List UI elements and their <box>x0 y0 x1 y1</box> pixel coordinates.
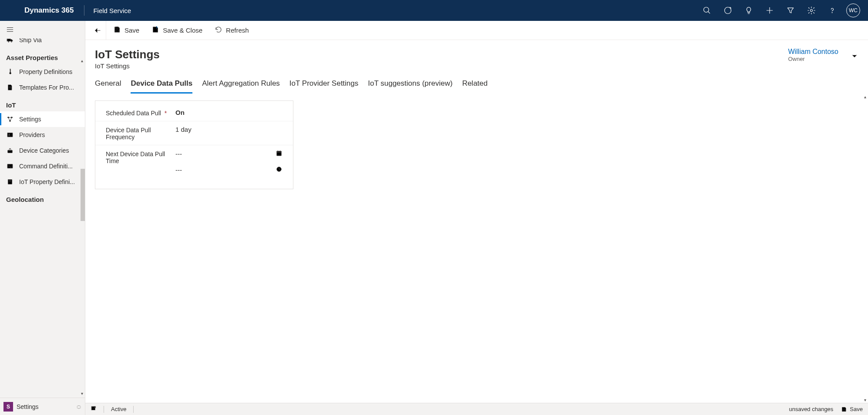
next-pull-date-value[interactable]: --- <box>175 150 182 157</box>
nav-item-settings[interactable]: Settings <box>0 111 85 127</box>
svg-rect-28 <box>116 27 118 29</box>
nav-item-ship-via[interactable]: Ship Via <box>0 38 85 48</box>
svg-rect-35 <box>91 406 95 410</box>
svg-rect-29 <box>116 30 118 32</box>
save-button[interactable]: Save <box>108 23 145 38</box>
nav-item-providers[interactable]: Providers <box>0 127 85 143</box>
svg-rect-11 <box>7 39 10 41</box>
save-close-icon <box>151 26 159 35</box>
popout-icon[interactable] <box>91 405 97 413</box>
header-expand-chevron[interactable] <box>851 48 858 61</box>
svg-line-20 <box>10 118 12 120</box>
status-bar: Active unsaved changes Save <box>85 403 868 415</box>
task-flow-icon[interactable] <box>717 0 738 21</box>
brand-label[interactable]: Dynamics 365 <box>0 6 81 15</box>
refresh-button[interactable]: Refresh <box>209 23 254 38</box>
next-pull-time-value[interactable]: --- <box>175 166 182 174</box>
statusbar-separator <box>104 406 104 413</box>
terminal-icon <box>6 163 14 170</box>
scroll-down-icon[interactable]: ▾ <box>862 397 868 403</box>
statusbar-save-label: Save <box>850 406 863 412</box>
statusbar-separator <box>133 406 134 413</box>
tab-device-data-pulls[interactable]: Device Data Pulls <box>131 77 192 94</box>
nav-label: Ship Via <box>19 38 42 44</box>
unsaved-changes-label: unsaved changes <box>789 406 833 412</box>
svg-rect-24 <box>8 150 13 153</box>
nav-group-geolocation: Geolocation <box>0 190 85 206</box>
owner-field[interactable]: William Contoso Owner <box>788 48 841 62</box>
page-subtitle: IoT Settings <box>95 62 160 70</box>
tab-alert-aggregation-rules[interactable]: Alert Aggregation Rules <box>202 77 280 94</box>
tab-general[interactable]: General <box>95 77 121 94</box>
statusbar-save-button[interactable]: Save <box>841 406 863 412</box>
svg-rect-36 <box>843 409 845 411</box>
main-content: Save Save & Close Refresh IoT Settings I… <box>85 21 868 415</box>
nodes-icon <box>6 116 14 123</box>
refresh-icon <box>215 26 222 35</box>
svg-point-23 <box>9 134 10 135</box>
owner-link[interactable]: William Contoso <box>788 48 838 55</box>
save-label: Save <box>124 27 139 34</box>
device-data-pulls-section: Scheduled Data Pull * On Device Data Pul… <box>95 100 293 189</box>
signal-doc-icon <box>6 178 14 185</box>
filter-icon[interactable] <box>780 0 801 21</box>
nav-item-device-categories[interactable]: Device Categories <box>0 143 85 158</box>
header-divider <box>84 5 84 16</box>
refresh-label: Refresh <box>226 27 249 34</box>
save-close-label: Save & Close <box>163 27 202 34</box>
gear-icon[interactable] <box>801 0 822 21</box>
command-bar: Save Save & Close Refresh <box>85 21 868 40</box>
content-scrollbar[interactable]: ▴ ▾ <box>864 94 868 403</box>
area-switcher[interactable]: S Settings ︿﹀ <box>0 398 85 415</box>
nav-item-property-definitions[interactable]: Property Definitions <box>0 64 85 80</box>
svg-line-19 <box>9 118 10 120</box>
save-icon <box>113 26 121 35</box>
scroll-up-icon[interactable]: ▴ <box>862 94 868 100</box>
global-header: Dynamics 365 Field Service WC <box>0 0 868 21</box>
nav-collapse-button[interactable] <box>0 21 85 38</box>
lightbulb-icon[interactable] <box>738 0 759 21</box>
area-badge: S <box>3 402 13 412</box>
document-icon <box>6 84 14 91</box>
tab-iot-provider-settings[interactable]: IoT Provider Settings <box>289 77 358 94</box>
svg-point-6 <box>811 10 813 12</box>
area-label: Settings <box>17 403 39 410</box>
next-pull-time-label: Next Device Data Pull Time <box>106 150 171 164</box>
nav-label: Providers <box>19 131 45 138</box>
nav-scrollbar-thumb[interactable] <box>81 169 85 221</box>
nav-item-iot-property-definitions[interactable]: IoT Property Defini... <box>0 174 85 190</box>
nav-label: Command Definiti... <box>19 163 73 170</box>
svg-point-13 <box>11 41 12 42</box>
required-indicator: * <box>165 110 167 117</box>
nav-scroll-down-icon[interactable]: ▾ <box>81 391 83 396</box>
people-card-icon <box>6 131 14 138</box>
save-and-close-button[interactable]: Save & Close <box>146 23 208 38</box>
user-avatar[interactable]: WC <box>846 3 860 17</box>
nav-scroll-up-icon[interactable]: ▴ <box>81 58 83 63</box>
add-icon[interactable] <box>759 0 780 21</box>
nav-group-iot: IoT <box>0 95 85 111</box>
form-tabs: General Device Data Pulls Alert Aggregat… <box>85 72 868 94</box>
tab-iot-suggestions-preview[interactable]: IoT suggestions (preview) <box>368 77 452 94</box>
tab-related[interactable]: Related <box>462 77 488 94</box>
nav-label: Settings <box>19 116 41 123</box>
page-header: IoT Settings IoT Settings William Contos… <box>85 40 868 72</box>
back-button[interactable] <box>89 21 106 40</box>
nav-item-command-definitions[interactable]: Command Definiti... <box>0 158 85 174</box>
nav-label: Property Definitions <box>19 68 72 75</box>
search-icon[interactable] <box>696 0 717 21</box>
nav-label: IoT Property Defini... <box>19 178 75 185</box>
thermometer-icon <box>6 68 14 75</box>
frequency-value[interactable]: 1 day <box>175 126 283 133</box>
nav-item-templates-for-properties[interactable]: Templates For Pro... <box>0 80 85 95</box>
svg-rect-30 <box>277 151 282 156</box>
nav-scroll-area[interactable]: Ship Via Asset Properties Property Defin… <box>0 38 85 398</box>
help-icon[interactable] <box>822 0 843 21</box>
clock-icon[interactable] <box>276 166 283 174</box>
scheduled-data-pull-value[interactable]: On <box>175 109 283 116</box>
svg-point-2 <box>725 7 731 14</box>
left-nav: Ship Via Asset Properties Property Defin… <box>0 21 85 415</box>
app-name[interactable]: Field Service <box>87 7 137 14</box>
owner-caption: Owner <box>788 56 838 62</box>
calendar-icon[interactable] <box>276 150 283 158</box>
